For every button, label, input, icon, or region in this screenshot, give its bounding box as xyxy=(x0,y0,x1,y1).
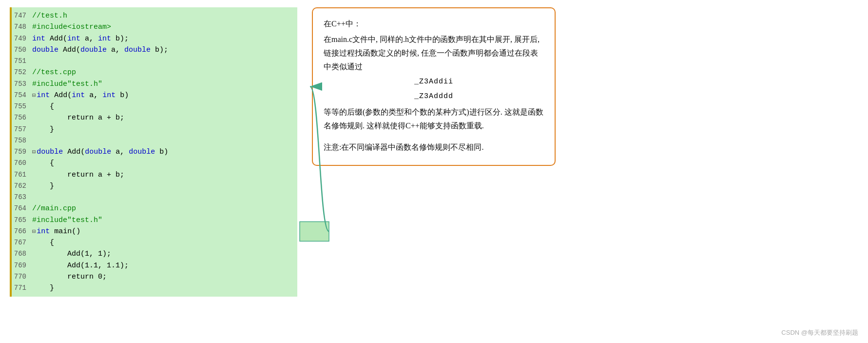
code-section: 747//test.h748#include<iostream>749int A… xyxy=(10,5,297,297)
code-line: 762 } xyxy=(12,181,297,192)
code-line: 751 xyxy=(12,56,297,67)
line-number: 771 xyxy=(12,283,32,294)
line-number: 756 xyxy=(12,113,32,123)
tooltip-mangled-1: _Z3Addii xyxy=(324,76,544,88)
line-code: //test.cpp xyxy=(32,67,76,78)
line-number: 768 xyxy=(12,249,32,260)
line-number: 748 xyxy=(12,22,32,33)
code-line: 752//test.cpp xyxy=(12,67,297,78)
line-number: 766 xyxy=(12,226,32,237)
tooltip-box: 在C++中： 在main.c文件中, 同样的.h文件中的函数声明在其中展开, 展… xyxy=(312,7,556,166)
code-line: 761 return a + b; xyxy=(12,169,297,181)
line-code: int Add(int a, int b); xyxy=(32,33,129,44)
code-line: 753#include"test.h" xyxy=(12,79,297,90)
code-line: 750double Add(double a, double b); xyxy=(12,44,297,56)
line-code: return a + b; xyxy=(32,112,124,123)
code-line: 760 { xyxy=(12,158,297,169)
line-number: 757 xyxy=(12,124,32,135)
tooltip-note-text: 注意:在不同编译器中函数名修饰规则不尽相同. xyxy=(324,141,544,154)
code-line: 767 { xyxy=(12,237,297,248)
line-number: 751 xyxy=(12,56,32,67)
line-code: } xyxy=(32,282,54,294)
code-line: 748#include<iostream> xyxy=(12,21,297,33)
code-line: 770 return 0; xyxy=(12,271,297,282)
line-code: #include"test.h" xyxy=(32,79,102,90)
line-code: } xyxy=(32,181,54,192)
line-number: 763 xyxy=(12,192,32,203)
code-line: 758 xyxy=(12,135,297,146)
line-number: 758 xyxy=(12,136,32,146)
code-line: 771 } xyxy=(12,282,297,294)
tooltip-mangled-2: _Z3Adddd xyxy=(324,90,544,103)
tooltip-section: 在C++中： 在main.c文件中, 同样的.h文件中的函数声明在其中展开, 展… xyxy=(312,5,556,166)
line-number: 761 xyxy=(12,170,32,181)
line-number: 755 xyxy=(12,101,32,112)
line-code: { xyxy=(32,158,54,169)
line-number: 760 xyxy=(12,158,32,169)
tooltip-note: 注意:在不同编译器中函数名修饰规则不尽相同. xyxy=(324,141,544,154)
line-code: { xyxy=(32,101,54,112)
line-code: ⊟double Add(double a, double b) xyxy=(32,146,168,158)
line-code xyxy=(32,135,37,146)
line-number: 764 xyxy=(12,203,32,214)
line-number: 752 xyxy=(12,67,32,78)
main-container: 747//test.h748#include<iostream>749int A… xyxy=(0,0,868,343)
line-number: 765 xyxy=(12,215,32,226)
line-code: return 0; xyxy=(32,271,107,282)
line-number: 753 xyxy=(12,79,32,90)
code-line: 754⊟int Add(int a, int b) xyxy=(12,90,297,101)
line-number: 754 xyxy=(12,90,32,101)
line-code: double Add(double a, double b); xyxy=(32,44,168,56)
line-number: 749 xyxy=(12,34,32,44)
line-code: //main.cpp xyxy=(32,203,76,214)
code-line: 749int Add(int a, int b); xyxy=(12,33,297,44)
line-number: 747 xyxy=(12,11,32,21)
line-code: return a + b; xyxy=(32,169,124,181)
line-code: } xyxy=(32,124,54,135)
code-line: 757 } xyxy=(12,124,297,135)
tooltip-line-2: 在main.c文件中, 同样的.h文件中的函数声明在其中展开, 展开后, 链接过… xyxy=(324,33,544,74)
tooltip-line-3: 等等的后缀(参数的类型和个数的某种方式)进行区分. 这就是函数名修饰规则. 这样… xyxy=(324,105,544,133)
code-line: 764//main.cpp xyxy=(12,203,297,214)
line-number: 762 xyxy=(12,181,32,192)
code-line: 765#include"test.h" xyxy=(12,215,297,226)
code-panel: 747//test.h748#include<iostream>749int A… xyxy=(10,7,297,297)
line-number: 769 xyxy=(12,261,32,271)
line-code: ⊟int main() xyxy=(32,226,80,237)
line-code xyxy=(32,56,37,67)
line-number: 767 xyxy=(12,238,32,248)
code-line: 769 Add(1.1, 1.1); xyxy=(12,260,297,271)
line-code xyxy=(32,192,37,203)
watermark: CSDN @每天都要坚持刷题 xyxy=(781,328,858,337)
code-line: 763 xyxy=(12,192,297,203)
code-line: 768 Add(1, 1); xyxy=(12,248,297,260)
code-line: 755 { xyxy=(12,101,297,112)
line-code: //test.h xyxy=(32,10,67,21)
tooltip-line-1: 在C++中： xyxy=(324,17,544,31)
line-number: 770 xyxy=(12,272,32,282)
line-code: #include<iostream> xyxy=(32,21,111,33)
line-code: ⊟int Add(int a, int b) xyxy=(32,90,129,101)
line-code: { xyxy=(32,237,54,248)
code-line: 756 return a + b; xyxy=(12,112,297,123)
line-code: Add(1.1, 1.1); xyxy=(32,260,129,271)
code-line: 747//test.h xyxy=(12,10,297,21)
line-number: 759 xyxy=(12,147,32,158)
line-code: #include"test.h" xyxy=(32,215,102,226)
code-line: 759⊟double Add(double a, double b) xyxy=(12,146,297,158)
code-line: 766⊟int main() xyxy=(12,226,297,237)
line-number: 750 xyxy=(12,45,32,56)
line-code: Add(1, 1); xyxy=(32,248,111,260)
